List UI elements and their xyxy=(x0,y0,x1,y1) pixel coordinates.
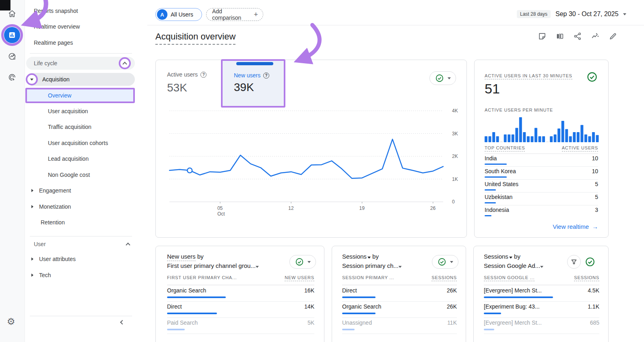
chevron-up-icon[interactable] xyxy=(122,62,127,66)
active-users-per-minute-chart[interactable] xyxy=(485,116,600,143)
column-header-dimension[interactable]: SESSION PRIMARY ... xyxy=(342,275,394,280)
help-icon: ? xyxy=(263,73,269,79)
data-quality-menu[interactable] xyxy=(432,255,458,269)
card-metric-link[interactable]: New users xyxy=(167,253,196,261)
sidebar-item-retention[interactable]: Retention xyxy=(25,216,147,229)
caret-down-icon xyxy=(367,257,371,259)
sidebar-item-traffic-acquisition[interactable]: Traffic acquisition xyxy=(25,120,147,133)
sidebar-item-realtime-overview[interactable]: Realtime overview xyxy=(25,20,147,33)
note-icon[interactable] xyxy=(538,32,547,41)
date-range-selector[interactable]: Sep 30 - Oct 27, 2025 xyxy=(555,10,619,18)
sidebar-item-user-acquisition[interactable]: User acquisition xyxy=(25,105,147,118)
dimension-selector[interactable]: Session Google Ad... xyxy=(484,262,543,269)
sidebar-item-user-acquisition-cohorts[interactable]: User acquisition cohorts xyxy=(25,137,147,149)
annotation-circle-lifecycle-chevron xyxy=(119,57,131,69)
edit-pencil-icon[interactable] xyxy=(609,32,617,41)
country-row[interactable]: Uzbekistan5 xyxy=(485,193,598,205)
caret-right-icon[interactable] xyxy=(31,189,33,192)
sidebar-item-tech[interactable]: Tech xyxy=(25,269,147,282)
realtime-users-value: 51 xyxy=(485,81,500,97)
add-comparison-button[interactable]: Add comparison + xyxy=(206,8,263,21)
header-divider xyxy=(484,285,599,285)
column-header-dimension[interactable]: SESSION GOOGLE ... xyxy=(484,275,535,281)
data-quality-button[interactable] xyxy=(583,255,597,269)
column-header-metric[interactable]: SESSIONS xyxy=(431,275,457,281)
collapse-sidebar-icon[interactable] xyxy=(120,320,124,324)
share-icon[interactable] xyxy=(573,32,582,41)
filter-funnel-icon xyxy=(570,258,578,265)
table-row[interactable]: [Evergreen] Merch St...685 xyxy=(484,318,599,334)
reports-sidebar: Reports snapshot Realtime overview Realt… xyxy=(25,0,147,342)
card-metric-selector[interactable]: Sessions xyxy=(342,253,371,260)
caret-right-icon[interactable] xyxy=(31,257,33,261)
sidebar-item-realtime-pages[interactable]: Realtime pages xyxy=(25,36,147,49)
explore-nav-button[interactable] xyxy=(6,51,18,62)
help-icon: ? xyxy=(200,72,206,78)
country-row[interactable]: Indonesia3 xyxy=(485,205,598,218)
annotation-box-new-users: New users ? 39K xyxy=(221,59,285,108)
advertising-nav-button[interactable] xyxy=(6,72,18,83)
table-row[interactable]: Organic Search26K xyxy=(342,302,457,318)
table-row[interactable]: [Evergreen] Merch St...4.5K xyxy=(484,286,599,302)
svg-text:0: 0 xyxy=(452,199,455,205)
metric-active-users-value: 53K xyxy=(167,81,206,94)
chevron-up-icon[interactable] xyxy=(126,243,130,247)
all-users-comparison-chip[interactable]: A All Users xyxy=(155,8,202,21)
sidebar-divider xyxy=(30,53,132,54)
filter-button[interactable] xyxy=(567,255,581,269)
sessions-by-google-ads-card: Sessions by Session Google Ad... SESSION… xyxy=(473,246,609,342)
settings-gear-icon[interactable]: ⚙ xyxy=(7,316,15,327)
caret-right-icon[interactable] xyxy=(31,274,33,277)
new-users-by-channel-card: New users by First user primary channel … xyxy=(155,246,324,342)
new-users-line-chart[interactable]: 01K2K3K4K05Oct121926 xyxy=(165,107,463,222)
table-row[interactable]: Direct26K xyxy=(342,286,457,302)
table-row[interactable]: Unassigned11K xyxy=(342,318,457,334)
caret-down-icon[interactable] xyxy=(30,79,33,81)
table-row[interactable]: Organic Search16K xyxy=(167,286,314,302)
country-row[interactable]: South Korea10 xyxy=(485,167,598,180)
topbar-divider xyxy=(147,25,644,25)
sidebar-item-reports-snapshot[interactable]: Reports snapshot xyxy=(25,4,147,17)
svg-text:Oct: Oct xyxy=(217,211,225,217)
country-row[interactable]: United States5 xyxy=(485,180,598,193)
data-quality-menu[interactable] xyxy=(429,71,456,85)
svg-text:19: 19 xyxy=(359,205,365,211)
svg-text:3K: 3K xyxy=(452,131,458,137)
date-preset-badge: Last 28 days xyxy=(517,10,551,18)
table-row[interactable]: Paid Search5K xyxy=(167,318,314,334)
insights-icon[interactable] xyxy=(591,32,600,41)
card-metric-selector[interactable]: Sessions xyxy=(484,253,512,260)
caret-right-icon[interactable] xyxy=(31,205,33,208)
metric-active-users[interactable]: Active users ? 53K xyxy=(167,71,206,94)
caret-down-icon xyxy=(448,77,451,79)
sidebar-item-non-google-cost[interactable]: Non Google cost xyxy=(25,168,147,181)
caret-down-icon xyxy=(308,261,311,263)
dimension-selector[interactable]: Session primary ch... xyxy=(342,262,402,269)
data-quality-menu[interactable] xyxy=(289,255,316,269)
sidebar-item-monetization[interactable]: Monetization xyxy=(25,200,147,213)
sidebar-item-engagement[interactable]: Engagement xyxy=(25,184,147,197)
check-status-icon[interactable] xyxy=(586,71,598,83)
table-row[interactable]: [Experiment Bug: 43...1.1K xyxy=(484,302,599,318)
sidebar-item-lead-acquisition[interactable]: Lead acquisition xyxy=(25,152,147,165)
comparison-panels-icon[interactable] xyxy=(555,32,564,41)
column-header-metric[interactable]: NEW USERS xyxy=(285,275,314,281)
reports-nav-button[interactable] xyxy=(4,27,20,43)
country-row[interactable]: India10 xyxy=(485,154,598,167)
table-row[interactable]: Direct14K xyxy=(167,302,314,318)
home-icon xyxy=(8,9,17,18)
metric-new-users-tab[interactable]: New users ? 39K xyxy=(223,61,284,106)
metric-new-users-value: 39K xyxy=(234,81,254,94)
view-realtime-link[interactable]: View realtime → xyxy=(553,223,598,230)
svg-text:12: 12 xyxy=(288,205,294,211)
caret-down-icon[interactable] xyxy=(623,13,626,15)
dimension-selector[interactable]: First user primary channel grou... xyxy=(167,262,259,269)
section-acquisition[interactable]: Acquisition xyxy=(26,73,135,86)
caret-down-icon xyxy=(450,261,453,263)
column-header-metric[interactable]: SESSIONS xyxy=(574,275,599,281)
column-header-dimension[interactable]: FIRST USER PRIMARY CHA... xyxy=(167,275,237,280)
sidebar-item-overview-selected[interactable]: Overview xyxy=(27,89,133,102)
sidebar-item-user-attributes[interactable]: User attributes xyxy=(25,253,147,265)
sessions-by-channel-card: Sessions by Session primary ch... SESSIO… xyxy=(332,246,466,342)
section-user[interactable]: User xyxy=(25,238,147,251)
